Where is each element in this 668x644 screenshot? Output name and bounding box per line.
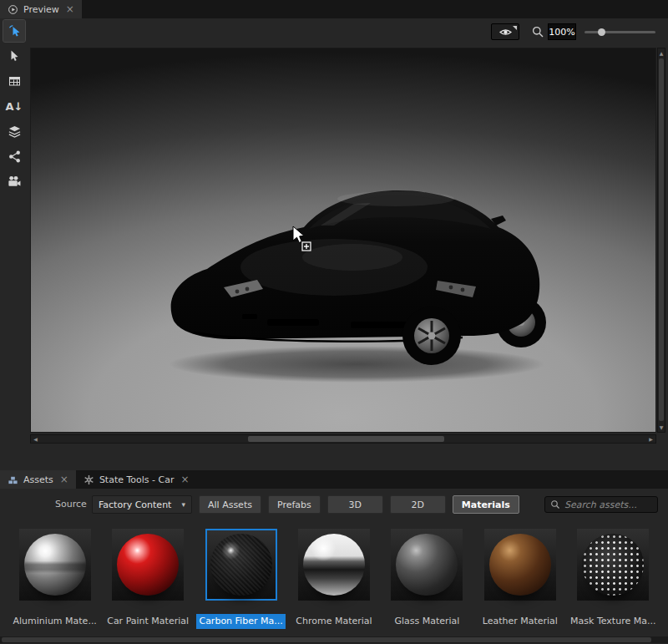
asset-thumbnail[interactable]: [205, 529, 277, 601]
eye-icon: [498, 27, 513, 38]
source-dropdown[interactable]: Factory Content ▾: [92, 495, 192, 514]
visibility-toggle-button[interactable]: [491, 23, 519, 40]
scroll-down-icon[interactable]: ▼: [658, 423, 665, 432]
asset-item-car-paint[interactable]: Car Paint Material: [103, 529, 192, 629]
car-render: [144, 124, 578, 391]
asset-item-aluminium[interactable]: Aluminium Mate...: [10, 529, 99, 629]
asset-item-glass[interactable]: Glass Material: [382, 529, 472, 629]
app-window: Preview ×: [0, 0, 668, 644]
tool-select[interactable]: [3, 45, 25, 67]
gear-icon: [84, 474, 94, 485]
text-tool-glyph: A↓: [6, 101, 23, 112]
vscrollbar-thumb[interactable]: [659, 58, 664, 421]
zoom-magnifier-icon[interactable]: [531, 25, 544, 38]
assets-panel: Assets × State Tools - Car: [0, 470, 668, 644]
asset-label: Aluminium Mate...: [10, 614, 99, 629]
asset-grid: Aluminium Mate... Car Paint Material Car…: [10, 529, 658, 629]
3d-viewport-canvas[interactable]: [30, 48, 656, 433]
close-icon[interactable]: ×: [66, 4, 74, 14]
scroll-left-icon[interactable]: ◀: [31, 435, 40, 443]
material-sphere: [396, 534, 458, 596]
zoom-slider-thumb[interactable]: [598, 28, 605, 36]
top-tabbar: Preview ×: [0, 0, 668, 18]
tool-connections[interactable]: [3, 145, 25, 167]
close-icon[interactable]: ×: [181, 474, 190, 484]
filter-prefabs-button[interactable]: Prefabs: [268, 495, 321, 514]
viewport-hscrollbar[interactable]: ◀ ▶: [30, 434, 656, 444]
tab-assets[interactable]: Assets ×: [0, 470, 76, 489]
play-circle-icon: [8, 4, 18, 15]
asset-item-carbon-fiber[interactable]: Carbon Fiber Ma...: [196, 529, 286, 629]
asset-label: Mask Texture Ma...: [569, 614, 658, 629]
tool-table[interactable]: [3, 70, 25, 92]
tab-preview-label: Preview: [23, 4, 59, 15]
asset-thumbnail[interactable]: [19, 529, 91, 601]
material-sphere: [489, 534, 551, 596]
material-sphere: [24, 534, 86, 596]
bricks-icon: [8, 474, 18, 485]
tab-preview[interactable]: Preview ×: [0, 0, 82, 18]
tab-state-tools-label: State Tools - Car: [99, 474, 175, 485]
tab-assets-label: Assets: [23, 474, 53, 485]
hscrollbar-thumb[interactable]: [248, 436, 444, 442]
asset-item-mask-texture[interactable]: Mask Texture Ma...: [569, 529, 658, 629]
asset-label: Car Paint Material: [103, 614, 192, 629]
filter-2d-button[interactable]: 2D: [390, 495, 446, 514]
source-label: Source: [55, 499, 87, 510]
filter-materials-button[interactable]: Materials: [453, 495, 519, 514]
tab-state-tools-car[interactable]: State Tools - Car ×: [76, 470, 197, 489]
asset-search-input[interactable]: [564, 499, 652, 510]
asset-item-leather[interactable]: Leather Material: [475, 529, 564, 629]
viewport-toolbar: A↓: [0, 18, 28, 470]
scroll-right-icon[interactable]: ▶: [646, 435, 655, 443]
mouse-cursor: [291, 226, 316, 254]
filter-3d-button[interactable]: 3D: [327, 495, 383, 514]
chevron-down-icon: ▾: [181, 500, 185, 509]
material-sphere: [303, 534, 365, 596]
asset-thumbnail[interactable]: [112, 529, 184, 601]
source-dropdown-value: Factory Content: [99, 499, 171, 510]
asset-label: Glass Material: [382, 614, 472, 629]
zoom-level-readout[interactable]: 100%: [548, 23, 576, 40]
assets-controls-row: Source Factory Content ▾ All Assets Pref…: [0, 495, 668, 515]
material-sphere: [582, 534, 644, 596]
asset-thumbnail[interactable]: [484, 529, 556, 601]
tool-camera[interactable]: [3, 170, 25, 192]
search-icon: [550, 499, 560, 510]
asset-thumbnail[interactable]: [391, 529, 463, 601]
preview-pane: A↓: [0, 18, 668, 470]
tool-text[interactable]: A↓: [3, 95, 25, 117]
asset-item-chrome[interactable]: Chrome Material: [289, 529, 378, 629]
scroll-up-icon[interactable]: ▲: [658, 48, 665, 58]
material-sphere: [117, 534, 179, 596]
asset-label: Chrome Material: [289, 614, 378, 629]
assets-tabbar: Assets × State Tools - Car: [0, 470, 668, 489]
zoom-slider[interactable]: [584, 31, 655, 33]
tool-layers[interactable]: [3, 120, 25, 142]
assets-hscrollbar[interactable]: [0, 636, 668, 643]
asset-label: Leather Material: [475, 614, 564, 629]
asset-search-box[interactable]: [544, 496, 658, 513]
asset-label: Carbon Fiber Ma...: [196, 614, 286, 629]
filter-all-assets-button[interactable]: All Assets: [199, 495, 261, 514]
close-icon[interactable]: ×: [60, 474, 68, 484]
asset-thumbnail[interactable]: [577, 529, 649, 601]
asset-filter-buttons: All Assets Prefabs 3D 2D Materials: [199, 495, 519, 514]
dropdown-corner-indicator: [513, 26, 517, 30]
tool-pick[interactable]: [3, 20, 25, 42]
asset-thumbnail[interactable]: [298, 529, 370, 601]
assets-hscrollbar-thumb[interactable]: [2, 637, 651, 642]
viewport-vscrollbar[interactable]: ▲ ▼: [657, 48, 665, 433]
material-sphere: [210, 534, 272, 596]
